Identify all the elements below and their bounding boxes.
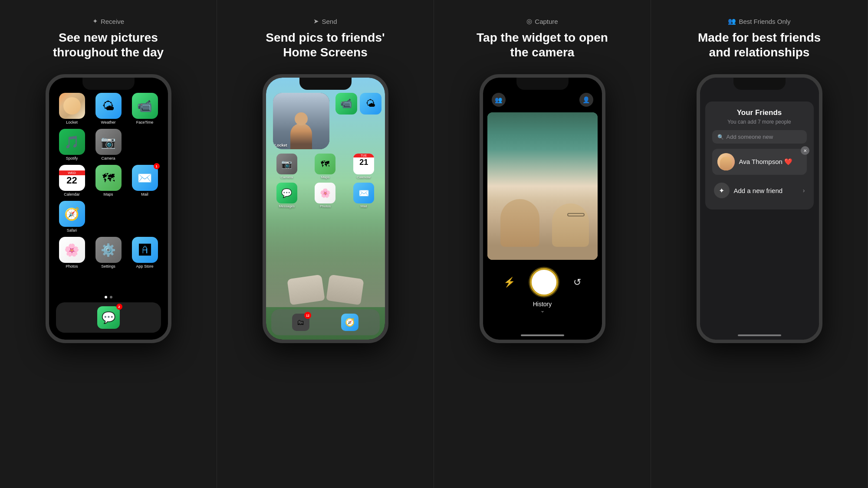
capture-title: Tap the widget to open the camera: [473, 30, 612, 59]
apps-top-row: 📹 🌤: [335, 93, 381, 115]
receive-label-text: Receive: [101, 18, 124, 25]
app-grid-receive: Locket 🌤 Weather 📹 FaceTime 🎵 Spotify: [54, 93, 163, 269]
add-friend-row[interactable]: ✦ Add a new friend ›: [712, 178, 807, 203]
section-send: ➤ Send Send pics to friends' Home Screen…: [217, 0, 434, 488]
dock-receive: 💬 2: [56, 302, 161, 333]
messages-badge: 2: [116, 304, 122, 310]
appstore-icon-img: 🅰: [132, 237, 158, 263]
app-empty-3: [129, 201, 161, 233]
section-header-bf: 👥 Best Friends Only Made for best friend…: [690, 17, 829, 59]
app-empty-1: [129, 129, 161, 160]
locket-widget: [59, 93, 85, 119]
send-label-text: Send: [322, 18, 337, 25]
home-indicator-capture: [521, 334, 564, 336]
dock-badge: 12: [304, 312, 311, 319]
send-icon: ➤: [313, 17, 319, 25]
app-maps: 🗺 Maps: [92, 165, 125, 197]
safari-label: Safari: [67, 228, 77, 233]
empty-slot-1: [132, 129, 158, 155]
couple-photo: [487, 112, 598, 260]
send-maps-label: Maps: [321, 175, 330, 179]
home-indicator-bf: [738, 334, 781, 336]
weather-label: Weather: [101, 120, 116, 124]
section-label-capture: ◎ Capture: [526, 17, 558, 25]
section-label-send: ➤ Send: [313, 17, 337, 25]
send-facetime: 📹: [335, 93, 357, 115]
home-screen-receive: Locket 🌤 Weather 📹 FaceTime 🎵 Spotify: [49, 78, 168, 340]
phone-screen-bf: Your Friends You can add 7 more people 🔍…: [700, 78, 819, 340]
add-friend-text: Add a new friend: [734, 187, 799, 194]
send-maps-icon: 🗺: [315, 154, 335, 174]
app-camera: 📷 Camera: [92, 129, 125, 160]
phone-receive: Locket 🌤 Weather 📹 FaceTime 🎵 Spotify: [46, 74, 171, 343]
app-photos: 🌸 Photos: [56, 237, 88, 269]
ava-avatar: [717, 153, 735, 170]
friends-icon: 👥: [492, 93, 506, 107]
calendar-icon-img: WED 22: [59, 165, 85, 191]
send-photos: 🌸 Photos: [308, 183, 343, 208]
app-appstore: 🅰 App Store: [129, 237, 161, 269]
shoe-left: [287, 275, 325, 305]
camera-top-bar: 👥 👤: [483, 93, 602, 107]
close-friend-button[interactable]: ✕: [801, 146, 809, 155]
locket-label-send: Locket: [275, 143, 287, 147]
phone-send: Locket 📹 🌤 📷 Camera 🗺: [263, 74, 388, 343]
send-mail-label: Mail: [361, 204, 367, 208]
home-screen-send: Locket 📹 🌤 📷 Camera 🗺: [266, 78, 385, 340]
app-mail: ✉️ 1 Mail: [129, 165, 161, 197]
profile-icon: 👤: [579, 93, 593, 107]
friends-title: Your Friends: [712, 108, 807, 117]
mail-badge: 1: [154, 163, 160, 169]
section-header-receive: ✦ Receive See new pictures throughout th…: [39, 17, 178, 59]
send-messages-icon: 💬: [276, 183, 297, 203]
mail-icon-img: ✉️ 1: [132, 165, 158, 191]
phone-bf: Your Friends You can add 7 more people 🔍…: [697, 74, 822, 343]
locket-widget-send: Locket: [273, 93, 329, 149]
ava-heart: ❤️: [784, 158, 792, 165]
send-calendar-icon: TUE 21: [353, 154, 374, 174]
app-settings: ⚙️ Settings: [92, 237, 125, 269]
spotify-icon-img: 🎵: [59, 129, 85, 155]
search-placeholder: Add someone new: [727, 134, 773, 140]
send-maps: 🗺 Maps: [308, 154, 343, 179]
send-title: Send pics to friends' Home Screens: [256, 30, 395, 59]
search-bar[interactable]: 🔍 Add someone new: [712, 130, 807, 144]
maps-label: Maps: [103, 192, 113, 197]
capture-label-text: Capture: [535, 18, 558, 25]
flip-icon[interactable]: ↺: [573, 277, 581, 288]
appstore-label: App Store: [136, 264, 153, 269]
facetime-label: FaceTime: [136, 120, 154, 124]
shoe-right: [326, 275, 364, 305]
person-photo-send: [273, 93, 329, 149]
chevron-right-icon: ›: [803, 187, 805, 194]
spotify-label: Spotify: [66, 156, 78, 160]
send-calendar-label: Calendar: [357, 175, 371, 179]
capture-icon: ◎: [526, 17, 532, 25]
shoes-area: [266, 220, 385, 307]
app-calendar: WED 22 Calendar: [56, 165, 88, 197]
messages-app-icon: 💬 2: [97, 306, 120, 329]
bf-title: Made for best friends and relationships: [690, 30, 829, 59]
dock-send: 🗂 12 🧭: [271, 309, 380, 335]
person2-silhouette: [552, 203, 589, 247]
flash-icon[interactable]: ⚡: [503, 277, 515, 288]
locket-label: Locket: [66, 120, 78, 124]
camera-screen: 👥 👤: [483, 78, 602, 340]
send-photos-label: Photos: [320, 204, 331, 208]
calendar-label: Calendar: [64, 192, 80, 197]
ava-name: Ava Thompson ❤️: [739, 158, 802, 166]
page-dot-2: [110, 296, 112, 298]
facetime-icon-img: 📹: [132, 93, 158, 119]
photos-label: Photos: [66, 264, 78, 269]
camera-controls: ⚡ ↺: [483, 268, 602, 296]
shutter-button[interactable]: [530, 268, 558, 296]
send-messages-label: Messages: [279, 204, 295, 208]
camera-label: Camera: [101, 156, 115, 160]
section-header-capture: ◎ Capture Tap the widget to open the cam…: [473, 17, 612, 59]
send-mail-icon: ✉️: [353, 183, 374, 203]
send-camera-label: Camera: [281, 175, 293, 179]
app-facetime: 📹 FaceTime: [129, 93, 161, 124]
section-label-receive: ✦ Receive: [92, 17, 124, 25]
app-locket: Locket: [56, 93, 88, 124]
receive-icon: ✦: [92, 17, 98, 25]
